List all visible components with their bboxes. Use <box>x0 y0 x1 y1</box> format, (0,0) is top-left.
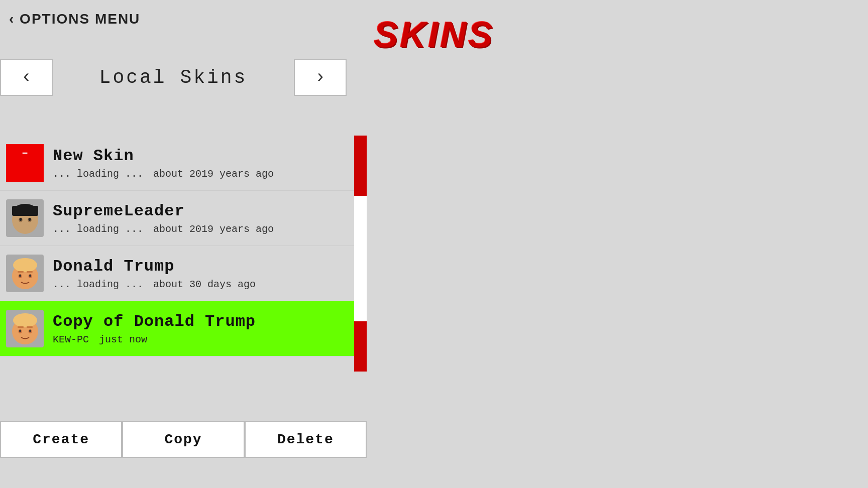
skin-meta-donald-trump: ... loading ... about 30 days ago <box>53 279 361 290</box>
skin-name-copy-donald-trump: Copy of Donald Trump <box>53 312 361 331</box>
scrollbar-mid <box>354 196 367 321</box>
svg-point-21 <box>29 329 31 332</box>
nav-row: ‹ Local Skins › <box>0 59 347 96</box>
create-button[interactable]: Create <box>0 421 122 458</box>
skin-item-new-skin[interactable]: New Skin ... loading ... about 2019 year… <box>0 136 367 191</box>
skin-meta-copy-donald-trump: KEW-PC just now <box>53 334 361 345</box>
skin-meta-new-skin: ... loading ... about 2019 years ago <box>53 168 361 180</box>
page-title: SKINS <box>374 14 494 55</box>
skin-status-donald-trump: ... loading ... <box>53 279 143 290</box>
skin-info-supreme-leader: SupremeLeader ... loading ... about 2019… <box>53 202 361 235</box>
skin-thumb-supreme-leader <box>6 199 44 237</box>
svg-point-13 <box>29 274 31 277</box>
skin-timestamp-donald-trump: about 30 days ago <box>153 279 256 290</box>
svg-point-2 <box>14 204 36 216</box>
skin-timestamp-new-skin: about 2019 years ago <box>153 168 274 180</box>
trump-copy-face-svg <box>8 311 43 346</box>
skin-item-copy-donald-trump[interactable]: Copy of Donald Trump KEW-PC just now <box>0 301 367 356</box>
action-buttons: Create Copy Delete <box>0 421 367 458</box>
skin-name-donald-trump: Donald Trump <box>53 257 361 276</box>
section-label: Local Skins <box>53 67 294 88</box>
nav-left-button[interactable]: ‹ <box>0 59 53 96</box>
nav-right-button[interactable]: › <box>294 59 347 96</box>
skin-info-copy-donald-trump: Copy of Donald Trump KEW-PC just now <box>53 312 361 345</box>
svg-point-7 <box>20 224 30 232</box>
skin-meta-supreme-leader: ... loading ... about 2019 years ago <box>53 223 361 235</box>
skin-timestamp-copy-donald-trump: just now <box>99 334 147 345</box>
scrollbar-thumb-bottom <box>354 321 367 372</box>
svg-point-12 <box>19 274 21 277</box>
svg-rect-15 <box>27 271 33 273</box>
skin-timestamp-supreme-leader: about 2019 years ago <box>153 223 274 235</box>
scrollbar[interactable] <box>354 136 367 372</box>
skin-name-new-skin: New Skin <box>53 147 361 165</box>
skin-status-new-skin: ... loading ... <box>53 168 143 180</box>
scrollbar-thumb-top <box>354 136 367 196</box>
svg-rect-23 <box>27 326 33 328</box>
svg-point-5 <box>19 218 22 221</box>
delete-button[interactable]: Delete <box>245 421 367 458</box>
svg-point-6 <box>28 218 31 221</box>
skin-list: New Skin ... loading ... about 2019 year… <box>0 136 367 356</box>
svg-rect-14 <box>18 271 24 273</box>
skin-item-supreme-leader[interactable]: SupremeLeader ... loading ... about 2019… <box>0 191 367 246</box>
back-link[interactable]: ‹ OPTIONS MENU <box>9 11 140 27</box>
skin-author-copy-donald-trump: KEW-PC <box>53 334 89 345</box>
kim-face-svg <box>8 201 43 236</box>
copy-button[interactable]: Copy <box>122 421 244 458</box>
skin-name-supreme-leader: SupremeLeader <box>53 202 361 220</box>
skin-item-donald-trump[interactable]: Donald Trump ... loading ... about 30 da… <box>0 246 367 301</box>
skin-thumb-copy-donald-trump <box>6 310 44 347</box>
skin-info-donald-trump: Donald Trump ... loading ... about 30 da… <box>53 257 361 290</box>
svg-point-20 <box>19 329 21 332</box>
skin-thumb-donald-trump <box>6 255 44 292</box>
skin-thumb-new-skin <box>6 144 44 182</box>
trump-face-svg <box>8 256 43 291</box>
svg-rect-22 <box>18 326 24 328</box>
skin-status-supreme-leader: ... loading ... <box>53 223 143 235</box>
skin-info-new-skin: New Skin ... loading ... about 2019 year… <box>53 147 361 180</box>
